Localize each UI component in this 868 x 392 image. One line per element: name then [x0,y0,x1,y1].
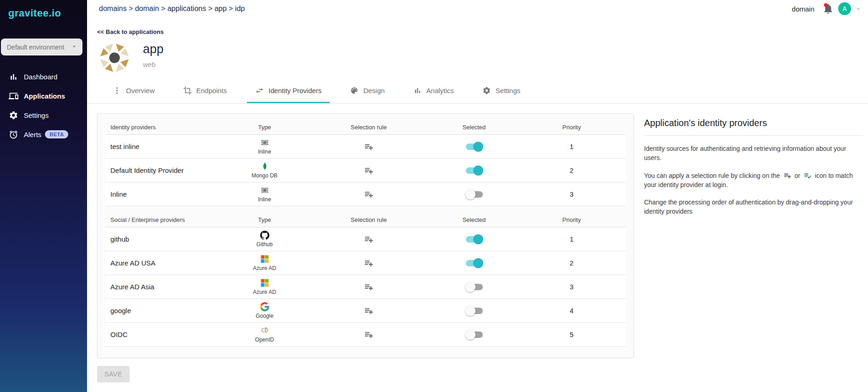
provider-name: Azure AD Asia [105,283,222,291]
provider-type-cell: Inline [222,138,307,155]
breadcrumb-separator: > [206,5,214,12]
tab-analytics[interactable]: Analytics [405,79,462,103]
help-paragraph-1: Identity sources for authenticating and … [644,144,863,163]
provider-name: github [105,235,222,243]
selection-rule-add-icon [783,171,792,180]
breadcrumb-item-domain[interactable]: domain [135,5,159,12]
inline-icon [260,186,269,195]
selected-toggle[interactable] [466,282,483,292]
tab-label: Analytics [426,87,454,94]
selection-rule-add-icon[interactable] [364,234,374,244]
app-title: app [143,42,164,56]
selected-toggle[interactable] [466,142,483,152]
priority-value: 4 [518,307,626,315]
tab-endpoints[interactable]: Endpoints [175,79,235,103]
sidebar-item-label: Settings [24,111,49,119]
domain-label: domain [792,5,814,13]
tab-identity-providers[interactable]: Identity Providers [247,79,330,103]
selection-rule-add-icon[interactable] [364,330,374,340]
topbar: domains > domain > applications > app > … [87,0,868,16]
sidebar-item-settings[interactable]: Settings [0,105,87,125]
column-header-priority: Priority [518,216,626,223]
toggle-thumb [473,166,483,176]
selected-toggle[interactable] [466,306,483,316]
sidebar-item-dashboard[interactable]: Dashboard [0,67,87,86]
user-avatar[interactable]: A [838,2,851,15]
selection-rule-add-icon[interactable] [364,306,374,316]
provider-type-cell: Google [222,302,307,319]
provider-type-label: OpenID [255,337,274,343]
tab-bar: OverviewEndpointsIdentity ProvidersDesig… [87,79,868,104]
google-icon [260,302,269,311]
selection-rule-add-icon[interactable] [364,282,374,292]
environment-select[interactable]: Default environment [1,39,82,55]
toggle-thumb [465,189,475,199]
breadcrumb-item-app[interactable]: app [214,5,227,12]
breadcrumb-item-idp[interactable]: idp [235,5,245,12]
table-row: OIDCOpenID5 [105,323,626,347]
selected-toggle[interactable] [466,234,483,244]
selection-rule-check-icon [803,171,812,180]
table-header-row: Identity providersTypeSelection ruleSele… [105,120,626,135]
selection-rule-add-icon[interactable] [364,142,374,152]
provider-type-label: Azure AD [253,265,276,271]
sidebar-item-label: Dashboard [24,73,57,81]
provider-type-cell: Mongo DB [222,162,307,179]
selected-toggle[interactable] [466,258,483,268]
provider-type-cell: Github [222,231,307,248]
azure-ad-icon [260,254,269,264]
tab-settings[interactable]: Settings [474,79,529,103]
sidebar-nav: DashboardApplicationsSettingsAlertsBETA [0,67,87,144]
tab-label: Identity Providers [268,87,322,94]
divider [644,135,863,136]
notifications-bell-icon[interactable] [822,3,834,15]
provider-name: Default Identity Provider [105,166,222,174]
selected-toggle[interactable] [466,330,483,340]
priority-value: 2 [518,166,626,174]
breadcrumb-item-domains[interactable]: domains [99,5,126,12]
inline-icon [260,138,269,147]
breadcrumb: domains > domain > applications > app > … [99,5,245,13]
tab-label: Settings [496,87,520,94]
help-panel-title: Application's identity providers [644,118,863,128]
sidebar-item-alerts[interactable]: AlertsBETA [0,125,87,144]
column-header-selection-rule: Selection rule [307,124,431,131]
save-button[interactable]: SAVE [97,366,130,382]
tab-overview[interactable]: Overview [104,79,163,103]
selection-rule-add-icon[interactable] [364,189,374,199]
tab-label: Endpoints [197,87,227,94]
selected-toggle[interactable] [466,189,483,199]
mongodb-icon [260,162,269,171]
selection-rule-add-icon[interactable] [364,166,374,176]
sidebar-item-applications[interactable]: Applications [0,86,87,105]
toggle-thumb [465,306,475,316]
breadcrumb-item-applications[interactable]: applications [167,5,206,12]
environment-select-label: Default environment [7,44,64,51]
provider-type-cell: OpenID [222,326,307,343]
priority-value: 3 [518,190,626,198]
table-row: InlineInline3 [105,182,626,206]
back-to-applications-link[interactable]: << Back to applications [97,28,164,35]
column-header-providers: Social / Enterprise providers [105,216,222,223]
column-header-selected: Selected [431,216,518,223]
table-row: test inlineInline1 [105,135,626,159]
provider-type-label: Mongo DB [251,172,278,179]
topbar-right: domain A [792,2,862,15]
provider-type-label: Github [257,241,273,248]
toggle-thumb [465,330,475,340]
column-header-type: Type [222,216,307,223]
toggle-thumb [473,234,483,244]
bar-chart-icon [9,72,18,82]
provider-name: OIDC [105,331,222,338]
selection-rule-add-icon[interactable] [364,258,374,268]
tab-design[interactable]: Design [342,79,393,103]
provider-type-label: Inline [258,149,271,155]
toggle-thumb [473,258,483,268]
sidebar-item-label: Applications [24,92,65,100]
selected-toggle[interactable] [466,166,483,176]
table-row: Azure AD USAAzure AD2 [105,251,626,275]
chevron-down-icon[interactable] [855,6,862,12]
identity-providers-table: Identity providersTypeSelection ruleSele… [97,113,634,358]
help-paragraph-2: You can apply a selection rule by clicki… [644,171,863,190]
palette-icon [350,86,359,95]
